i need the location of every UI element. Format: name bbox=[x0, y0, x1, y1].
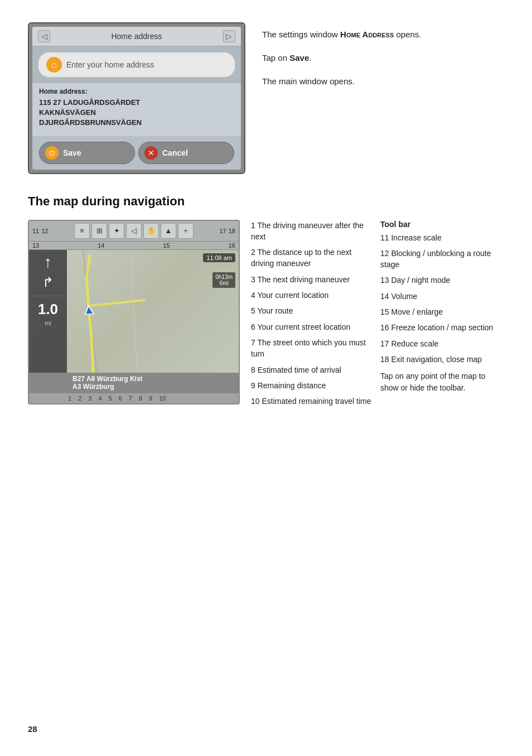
address-label: Home address: bbox=[39, 88, 234, 95]
desc-item-9: 9 Remaining distance bbox=[251, 380, 375, 391]
desc-item-17: 17 Reduce scale bbox=[380, 338, 504, 349]
top-section: ◁ Home address ▷ ⌂ Enter your home addre… bbox=[28, 22, 504, 174]
page-number: 28 bbox=[28, 724, 37, 734]
eta-box: 0h13m 6mi bbox=[212, 272, 235, 288]
desc-item-3: 3 The next driving maneuver bbox=[251, 274, 375, 285]
map-left-panel: ↑ ↱ 1.0 mi bbox=[29, 250, 67, 373]
map-num-6: 6 bbox=[119, 395, 122, 402]
toolbar-icon-grid[interactable]: ⊞ bbox=[91, 223, 107, 239]
desc-item-11: 11 Increase scale bbox=[380, 232, 504, 243]
toolbar-icon-back[interactable]: ◁ bbox=[126, 223, 142, 239]
toolbar-num-17: 17 bbox=[220, 228, 226, 234]
cancel-icon: ✕ bbox=[144, 146, 158, 160]
description-para-2: Tap on Save. bbox=[262, 51, 504, 65]
cancel-label: Cancel bbox=[162, 148, 188, 157]
eta-time: 0h13m bbox=[215, 274, 233, 280]
top-description: The settings window Home Address opens. … bbox=[262, 22, 504, 174]
toolbar-numbers-right: 17 18 bbox=[220, 228, 236, 234]
desc-item-7: 7 The street onto which you must turn bbox=[251, 337, 375, 360]
time-display: 11:08 am bbox=[203, 253, 235, 262]
nav-back-button[interactable]: ◁ bbox=[38, 30, 50, 42]
desc-col-left: 1 The driving maneuver after the next 2 … bbox=[251, 220, 375, 412]
toolbar-icons-row: ≡ ⊞ ✦ ◁ ✋ ▲ + bbox=[74, 223, 194, 239]
map-num-1: 1 bbox=[68, 395, 71, 402]
desc-item-15: 15 Move / enlarge bbox=[380, 306, 504, 317]
address-input-bar[interactable]: ⌂ Enter your home address bbox=[38, 52, 235, 78]
save-icon: ⊙ bbox=[45, 146, 59, 160]
street-name-1: B27 A8 Würzburg Kist bbox=[72, 375, 234, 383]
map-num-9: 9 bbox=[149, 395, 152, 402]
svg-line-1 bbox=[130, 250, 137, 373]
toolbar-num-18: 18 bbox=[229, 228, 235, 234]
toolbar-icon-plus[interactable]: + bbox=[178, 223, 194, 239]
desc-item-12: 12 Blocking / unblocking a route stage bbox=[380, 248, 504, 271]
desc-item-8: 8 Estimated time of arrival bbox=[251, 364, 375, 375]
tap-note: Tap on any point of the map to show or h… bbox=[380, 370, 504, 393]
map-area: ↑ ↱ 1.0 mi 11:08 am 0h13m 6mi bbox=[29, 250, 239, 373]
distance-unit: mi bbox=[45, 320, 51, 326]
nav-bar: ◁ Home address ▷ bbox=[32, 27, 241, 46]
description-para-1: The settings window Home Address opens. bbox=[262, 28, 504, 41]
section-heading: The map during navigation bbox=[28, 194, 504, 209]
desc-column: 1 The driving maneuver after the next 2 … bbox=[251, 220, 504, 412]
nav-title: Home address bbox=[111, 32, 162, 41]
address-value: 115 27 LADUGÅRDSGÄRDET KAKNÄSVÄGEN DJURG… bbox=[39, 98, 234, 128]
toolbar-num-11: 11 bbox=[32, 228, 39, 234]
map-num-8: 8 bbox=[139, 395, 142, 402]
label-14: 14 bbox=[98, 242, 104, 249]
device-mockup: ◁ Home address ▷ ⌂ Enter your home addre… bbox=[28, 22, 245, 174]
desc-item-16: 16 Freeze location / map section bbox=[380, 322, 504, 333]
map-mockup: 11 12 ≡ ⊞ ✦ ◁ ✋ ▲ + 17 18 bbox=[28, 220, 240, 405]
device-buttons: ⊙ Save ✕ Cancel bbox=[32, 136, 241, 170]
address-input-placeholder: Enter your home address bbox=[66, 60, 154, 69]
toolbar-icon-star[interactable]: ✦ bbox=[109, 223, 124, 239]
map-num-5: 5 bbox=[109, 395, 112, 402]
maneuver-arrow-1: ↑ bbox=[44, 253, 52, 271]
map-container: 11 12 ≡ ⊞ ✦ ◁ ✋ ▲ + 17 18 bbox=[28, 220, 240, 412]
toolbar-icon-up[interactable]: ▲ bbox=[161, 223, 176, 239]
home-icon: ⌂ bbox=[46, 57, 62, 73]
desc-item-14: 14 Volume bbox=[380, 291, 504, 302]
map-toolbar: 11 12 ≡ ⊞ ✦ ◁ ✋ ▲ + 17 18 bbox=[29, 221, 239, 242]
map-num-4: 4 bbox=[98, 395, 101, 402]
desc-item-6: 6 Your current street location bbox=[251, 321, 375, 333]
map-info-bar: B27 A8 Würzburg Kist A3 Würzburg bbox=[29, 373, 239, 393]
description-para-3: The main window opens. bbox=[262, 75, 504, 88]
street-name-2: A3 Würzburg bbox=[72, 383, 234, 391]
map-number-strip: 1 2 3 4 5 6 7 8 9 10 bbox=[29, 393, 239, 403]
toolbar-section-title: Tool bar bbox=[380, 220, 504, 229]
label-15: 15 bbox=[163, 242, 170, 249]
map-num-2: 2 bbox=[78, 395, 81, 402]
brand-text: Home Address bbox=[340, 30, 394, 39]
cancel-button[interactable]: ✕ Cancel bbox=[138, 142, 234, 164]
save-button[interactable]: ⊙ Save bbox=[39, 142, 135, 164]
desc-item-2: 2 The distance up to the next driving ma… bbox=[251, 247, 375, 269]
map-num-3: 3 bbox=[88, 395, 91, 402]
desc-item-18: 18 Exit navigation, close map bbox=[380, 354, 504, 365]
desc-item-1: 1 The driving maneuver after the next bbox=[251, 220, 375, 243]
label-13: 13 bbox=[32, 242, 39, 249]
desc-item-4: 4 Your current location bbox=[251, 290, 375, 301]
address-info: Home address: 115 27 LADUGÅRDSGÄRDET KAK… bbox=[32, 83, 241, 136]
desc-item-5: 5 Your route bbox=[251, 305, 375, 316]
street-info: B27 A8 Würzburg Kist A3 Würzburg bbox=[72, 375, 234, 391]
save-label: Save bbox=[63, 148, 81, 157]
toolbar-icon-hamburger[interactable]: ≡ bbox=[74, 223, 90, 239]
bottom-section: 11 12 ≡ ⊞ ✦ ◁ ✋ ▲ + 17 18 bbox=[28, 220, 504, 412]
map-num-10: 10 bbox=[159, 395, 166, 402]
toolbar-label-row: 13 14 15 16 bbox=[29, 242, 239, 250]
svg-marker-4 bbox=[84, 305, 93, 314]
desc-item-13: 13 Day / night mode bbox=[380, 275, 504, 286]
map-num-7: 7 bbox=[129, 395, 132, 402]
save-text: Save bbox=[289, 53, 309, 62]
desc-col-right: Tool bar 11 Increase scale 12 Blocking /… bbox=[380, 220, 504, 412]
distance-value: 1.0 bbox=[38, 302, 58, 316]
eta-dist: 6mi bbox=[215, 280, 233, 286]
maneuver-arrow-2: ↱ bbox=[42, 275, 54, 290]
toolbar-num-12: 12 bbox=[41, 228, 48, 234]
desc-item-10: 10 Estimated remaining travel time bbox=[251, 396, 375, 407]
nav-forward-button[interactable]: ▷ bbox=[223, 30, 235, 42]
toolbar-icon-hand[interactable]: ✋ bbox=[143, 223, 159, 239]
toolbar-numbers: 11 12 bbox=[32, 228, 49, 234]
label-16: 16 bbox=[229, 242, 235, 249]
